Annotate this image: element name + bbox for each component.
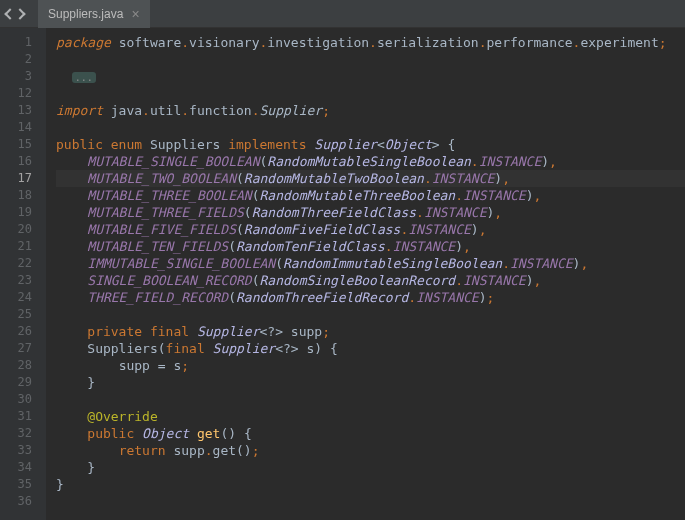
code-line[interactable]: } — [56, 374, 685, 391]
line-number[interactable]: 34 — [0, 459, 46, 476]
code-line[interactable]: MUTABLE_THREE_FIELDS(RandomThreeFieldCla… — [56, 204, 685, 221]
code-line[interactable] — [56, 306, 685, 323]
line-number[interactable]: 18 — [0, 187, 46, 204]
code-line[interactable] — [56, 85, 685, 102]
line-number[interactable]: 1 — [0, 34, 46, 51]
editor: 1231213141516171819202122232425262728293… — [0, 28, 685, 520]
line-number[interactable]: 13 — [0, 102, 46, 119]
line-number[interactable]: 26 — [0, 323, 46, 340]
line-number[interactable]: 19 — [0, 204, 46, 221]
line-number[interactable]: 27 — [0, 340, 46, 357]
code-line[interactable]: private final Supplier<?> supp; — [56, 323, 685, 340]
code-line[interactable]: return supp.get(); — [56, 442, 685, 459]
nav-arrows — [0, 10, 30, 18]
line-number[interactable]: 2 — [0, 51, 46, 68]
code-line[interactable]: Suppliers(final Supplier<?> s) { — [56, 340, 685, 357]
code-line[interactable]: MUTABLE_FIVE_FIELDS(RandomFiveFieldClass… — [56, 221, 685, 238]
line-number[interactable]: 32 — [0, 425, 46, 442]
close-icon[interactable]: × — [131, 7, 139, 21]
line-number[interactable]: 25 — [0, 306, 46, 323]
code-line[interactable]: ... — [56, 68, 685, 85]
code-line[interactable]: IMMUTABLE_SINGLE_BOOLEAN(RandomImmutable… — [56, 255, 685, 272]
code-area[interactable]: package software.visionary.investigation… — [46, 28, 685, 520]
code-line[interactable]: SINGLE_BOOLEAN_RECORD(RandomSingleBoolea… — [56, 272, 685, 289]
code-line[interactable]: supp = s; — [56, 357, 685, 374]
line-number[interactable]: 30 — [0, 391, 46, 408]
titlebar: Suppliers.java × — [0, 0, 685, 28]
line-number[interactable]: 17 — [0, 170, 46, 187]
code-line[interactable]: } — [56, 476, 685, 493]
code-line[interactable] — [56, 391, 685, 408]
code-line[interactable]: public enum Suppliers implements Supplie… — [56, 136, 685, 153]
line-number[interactable]: 3 — [0, 68, 46, 85]
code-line[interactable] — [56, 493, 685, 510]
line-number[interactable]: 12 — [0, 85, 46, 102]
code-line[interactable] — [56, 119, 685, 136]
code-line[interactable]: MUTABLE_TEN_FIELDS(RandomTenFieldClass.I… — [56, 238, 685, 255]
line-number[interactable]: 23 — [0, 272, 46, 289]
tab-suppliers[interactable]: Suppliers.java × — [38, 0, 150, 28]
arrow-right-icon[interactable] — [14, 8, 25, 19]
code-line[interactable]: MUTABLE_SINGLE_BOOLEAN(RandomMutableSing… — [56, 153, 685, 170]
line-number[interactable]: 15 — [0, 136, 46, 153]
line-number[interactable]: 21 — [0, 238, 46, 255]
line-number[interactable]: 14 — [0, 119, 46, 136]
code-line[interactable]: @Override — [56, 408, 685, 425]
code-line[interactable]: package software.visionary.investigation… — [56, 34, 685, 51]
code-line[interactable] — [56, 51, 685, 68]
line-number[interactable]: 36 — [0, 493, 46, 510]
tab-filename: Suppliers.java — [48, 7, 123, 21]
code-line[interactable]: public Object get() { — [56, 425, 685, 442]
code-line[interactable]: MUTABLE_THREE_BOOLEAN(RandomMutableThree… — [56, 187, 685, 204]
line-number[interactable]: 31 — [0, 408, 46, 425]
line-number[interactable]: 20 — [0, 221, 46, 238]
code-line[interactable]: MUTABLE_TWO_BOOLEAN(RandomMutableTwoBool… — [56, 170, 685, 187]
line-number[interactable]: 22 — [0, 255, 46, 272]
line-number[interactable]: 24 — [0, 289, 46, 306]
code-line[interactable]: } — [56, 459, 685, 476]
code-line[interactable]: import java.util.function.Supplier; — [56, 102, 685, 119]
line-number[interactable]: 35 — [0, 476, 46, 493]
line-number[interactable]: 33 — [0, 442, 46, 459]
line-number[interactable]: 28 — [0, 357, 46, 374]
line-number[interactable]: 16 — [0, 153, 46, 170]
gutter: 1231213141516171819202122232425262728293… — [0, 28, 46, 520]
code-line[interactable]: THREE_FIELD_RECORD(RandomThreeFieldRecor… — [56, 289, 685, 306]
line-number[interactable]: 29 — [0, 374, 46, 391]
